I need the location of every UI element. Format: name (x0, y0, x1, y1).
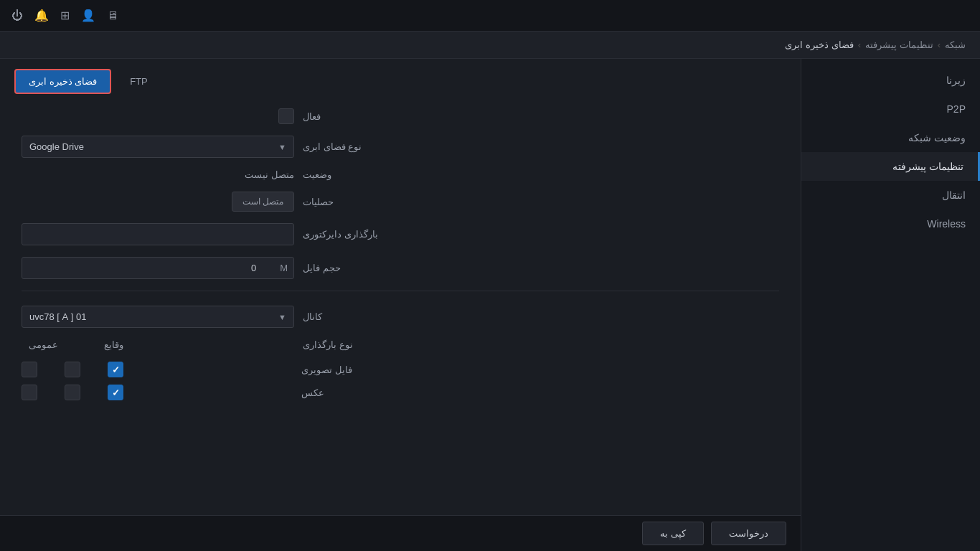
file-size-input-wrap: M (22, 257, 294, 279)
video-extra-checkbox[interactable] (22, 362, 37, 377)
file-size-label: حجم فایل (303, 263, 403, 273)
channel-chevron-icon: ▼ (278, 313, 286, 321)
cloud-type-row: نوع فضای ابری ▼ Google Drive (22, 136, 779, 158)
sidebar-item-network-status[interactable]: وضعیت شبکه (801, 123, 980, 152)
file-size-input[interactable] (22, 258, 274, 278)
directory-row: بارگذاری دایرکتوری (22, 223, 779, 245)
layout: زیرنا P2P وضعیت شبکه تنظیمات پیشرفته انت… (0, 59, 980, 551)
sidebar-item-zirena[interactable]: زیرنا (801, 66, 980, 95)
active-label: فعال (303, 111, 403, 122)
cloud-type-select[interactable]: ▼ Google Drive (22, 136, 294, 158)
upload-type-cols: وقایع عمومی (22, 339, 294, 350)
user-icon[interactable]: 👤 (81, 9, 95, 22)
tab-cloud[interactable]: فضای ذخیره ابری (14, 69, 111, 94)
col-events-label: وقایع (92, 339, 135, 350)
cloud-type-label: نوع فضای ابری (303, 141, 403, 152)
breadcrumb-item-cloud: فضای ذخیره ابری (785, 39, 853, 50)
photo-extra-checkbox[interactable] (22, 385, 37, 400)
status-value: متصل نیست (22, 169, 294, 180)
active-toggle[interactable] (278, 108, 294, 124)
video-events-checkbox[interactable] (108, 362, 123, 377)
monitor-icon[interactable]: 🖥 (107, 9, 118, 22)
directory-label: بارگذاری دایرکتوری (303, 229, 403, 240)
auth-label: حصلیات (303, 197, 403, 207)
main-content: FTP فضای ذخیره ابری فعال نوع فضای ابری ▼… (0, 59, 801, 551)
file-size-suffix: M (274, 263, 293, 273)
channel-value: ▼ 01 [ A ] uvc78 (22, 306, 294, 328)
copy-button[interactable]: کپی به (642, 522, 704, 545)
breadcrumb-item-network[interactable]: شبکه (945, 39, 966, 50)
sidebar-item-transfer[interactable]: انتقال (801, 181, 980, 209)
channel-row: کانال ▼ 01 [ A ] uvc78 (22, 306, 779, 328)
upload-type-header-row: نوع بارگذاری وقایع عمومی (22, 339, 779, 350)
active-row: فعال (22, 108, 779, 124)
submit-button[interactable]: درخواست (711, 522, 786, 545)
col-public-label: عمومی (22, 339, 65, 350)
power-icon[interactable]: ⏻ (11, 9, 23, 22)
topbar: 🖥 👤 ⊞ 🔔 ⏻ (0, 0, 980, 32)
video-file-row: فایل تصویری (22, 362, 779, 377)
channel-selected: 01 [ A ] uvc78 (29, 311, 87, 322)
file-size-value: M (22, 257, 294, 279)
grid-icon[interactable]: ⊞ (60, 9, 70, 22)
breadcrumb: شبکه › تنظیمات پیشرفته › فضای ذخیره ابری (0, 32, 980, 59)
status-label: وضعیت (303, 169, 403, 180)
breadcrumb-sep-1: › (938, 39, 941, 50)
photo-events-checkbox[interactable] (108, 385, 123, 400)
auth-value: متصل است (22, 192, 294, 212)
footer: درخواست کپی به (0, 515, 801, 551)
upload-type-label: نوع بارگذاری (303, 339, 403, 350)
video-public-checkbox[interactable] (65, 362, 80, 377)
directory-input[interactable] (22, 223, 294, 245)
tab-bar: FTP فضای ذخیره ابری (0, 59, 801, 94)
chevron-down-icon: ▼ (278, 143, 286, 151)
status-row: وضعیت متصل نیست (22, 169, 779, 180)
cloud-type-selected: Google Drive (29, 141, 84, 152)
tab-ftp[interactable]: FTP (117, 70, 161, 93)
auth-row: حصلیات متصل است (22, 192, 779, 212)
video-file-label: فایل تصویری (301, 364, 402, 375)
bell-icon[interactable]: 🔔 (34, 9, 49, 22)
breadcrumb-item-advanced[interactable]: تنظیمات پیشرفته (865, 39, 933, 50)
photo-public-checkbox[interactable] (65, 385, 80, 400)
video-file-checks (22, 362, 294, 377)
sidebar-item-p2p[interactable]: P2P (801, 95, 980, 123)
photo-label: عکس (301, 387, 402, 398)
channel-label: کانال (303, 311, 403, 322)
status-text: متصل نیست (245, 169, 294, 180)
connect-button[interactable]: متصل است (232, 192, 294, 212)
section-divider (22, 291, 779, 291)
directory-value (22, 223, 294, 245)
cloud-type-value: ▼ Google Drive (22, 136, 294, 158)
file-size-row: حجم فایل M (22, 257, 779, 279)
topbar-icons: 🖥 👤 ⊞ 🔔 ⏻ (11, 9, 118, 22)
channel-select[interactable]: ▼ 01 [ A ] uvc78 (22, 306, 294, 328)
sidebar: زیرنا P2P وضعیت شبکه تنظیمات پیشرفته انت… (801, 59, 980, 551)
form-area: فعال نوع فضای ابری ▼ Google Drive وضعیت (0, 94, 801, 515)
active-value (22, 108, 294, 124)
sidebar-item-advanced-settings[interactable]: تنظیمات پیشرفته (801, 152, 980, 181)
breadcrumb-sep-2: › (858, 39, 861, 50)
photo-row: عکس (22, 385, 779, 400)
sidebar-item-wireless[interactable]: Wireless (801, 209, 980, 238)
photo-checks (22, 385, 294, 400)
